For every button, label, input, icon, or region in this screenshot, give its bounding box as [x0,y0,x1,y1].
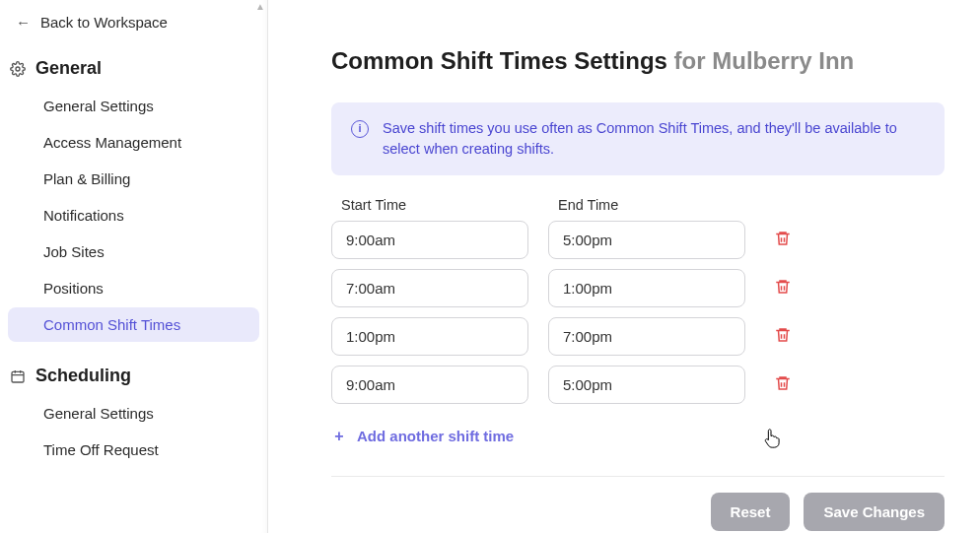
shift-row [331,317,945,356]
add-shift-time-button[interactable]: + Add another shift time [331,424,514,448]
sidebar-section-general: General [0,48,267,87]
start-time-input[interactable] [331,221,528,259]
sidebar-item-time-off-request[interactable]: Time Off Request [8,433,259,467]
info-banner: i Save shift times you use often as Comm… [331,102,945,175]
sidebar-item-positions[interactable]: Positions [8,271,259,305]
svg-point-0 [16,67,20,71]
shift-row [331,269,945,307]
sidebar-section-title: General [35,58,102,79]
page-title-main: Common Shift Times Settings [331,47,667,74]
end-time-input[interactable] [548,269,745,307]
column-headers: Start Time End Time [331,197,945,221]
col-header-end: End Time [558,197,755,213]
delete-row-button[interactable] [765,223,801,258]
main-content: Common Shift Times Settings for Mulberry… [268,0,980,533]
divider [331,476,945,477]
sidebar-item-sched-general-settings[interactable]: General Settings [8,396,259,431]
shift-times-table: Start Time End Time [331,197,945,448]
plus-icon: + [331,429,347,444]
save-changes-button[interactable]: Save Changes [804,493,945,531]
start-time-input[interactable] [331,317,528,356]
sidebar-item-common-shift-times[interactable]: Common Shift Times [8,307,259,342]
start-time-input[interactable] [331,269,528,307]
sidebar-item-plan-billing[interactable]: Plan & Billing [8,162,259,196]
back-label: Back to Workspace [40,14,168,31]
sidebar: ▲ ← Back to Workspace General General Se… [0,0,268,533]
end-time-input[interactable] [548,317,745,356]
sidebar-item-job-sites[interactable]: Job Sites [8,234,259,269]
page-title: Common Shift Times Settings for Mulberry… [331,47,945,75]
back-to-workspace[interactable]: ← Back to Workspace [0,4,267,48]
sidebar-item-access-management[interactable]: Access Management [8,125,259,160]
sidebar-item-general-settings[interactable]: General Settings [8,89,259,123]
svg-rect-1 [12,371,24,382]
end-time-input[interactable] [548,366,745,404]
reset-button[interactable]: Reset [711,493,791,531]
end-time-input[interactable] [548,221,745,259]
delete-row-button[interactable] [765,367,801,403]
sidebar-section-scheduling: Scheduling [0,356,267,394]
trash-icon [774,326,792,347]
trash-icon [774,374,792,395]
page-title-suffix: for Mulberry Inn [674,47,855,74]
calendar-icon [10,368,26,384]
col-header-start: Start Time [341,197,538,213]
sidebar-item-notifications[interactable]: Notifications [8,198,259,233]
delete-row-button[interactable] [765,319,801,355]
info-text: Save shift times you use often as Common… [383,118,925,160]
footer-actions: Reset Save Changes [331,493,945,531]
arrow-left-icon: ← [16,14,31,31]
scroll-up-hint-icon: ▲ [253,0,267,12]
trash-icon [774,278,792,299]
gear-icon [10,61,26,77]
delete-row-button[interactable] [765,271,801,306]
add-shift-label: Add another shift time [357,428,514,444]
start-time-input[interactable] [331,366,528,404]
shift-row [331,221,945,259]
sidebar-section-title: Scheduling [35,366,131,386]
info-icon: i [351,120,369,138]
shift-row [331,366,945,404]
trash-icon [774,230,792,250]
